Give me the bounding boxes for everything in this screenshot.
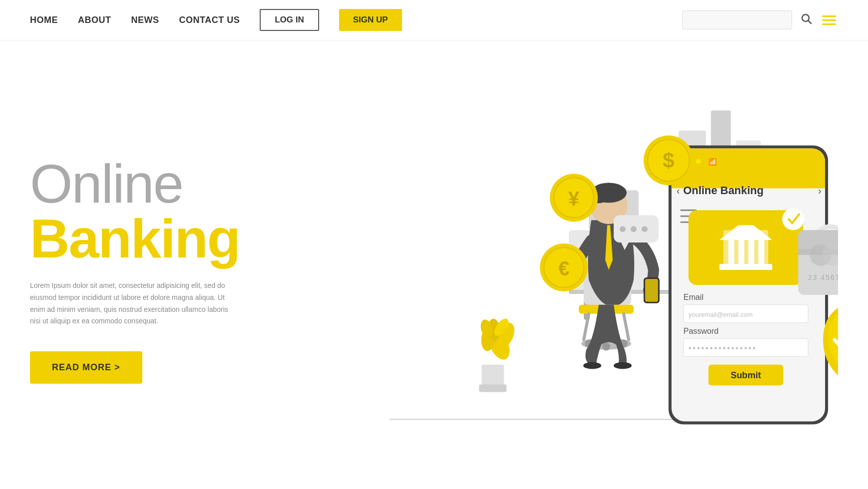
hero-left-content: Online Banking Lorem Ipsum dolor sit ame… (30, 146, 290, 384)
svg-point-84 (642, 226, 648, 232)
signup-button[interactable]: SIGN UP (339, 9, 402, 31)
svg-text:••••••••••••••••: •••••••••••••••• (689, 344, 757, 352)
navbar: HOME ABOUT NEWS CONTACT US LOG IN SIGN U… (0, 0, 868, 40)
menu-line-3 (822, 23, 836, 25)
svg-line-1 (809, 21, 812, 24)
svg-rect-60 (719, 264, 772, 270)
svg-text:€: € (558, 257, 569, 279)
svg-point-44 (696, 159, 701, 164)
svg-text:‹: ‹ (677, 185, 680, 196)
search-input[interactable] (682, 10, 792, 29)
svg-text:›: › (818, 185, 822, 196)
svg-point-83 (631, 226, 637, 232)
svg-point-29 (602, 343, 610, 351)
hero-svg-illustration: 📶 ‹ Online Banking › (290, 60, 838, 470)
svg-rect-37 (645, 279, 658, 302)
svg-rect-56 (738, 240, 744, 264)
hero-title-online: Online (30, 156, 290, 211)
svg-text:youremail@email.com: youremail@email.com (689, 311, 753, 318)
svg-rect-55 (728, 240, 734, 264)
menu-line-2 (822, 19, 836, 21)
email-label: Email (684, 293, 704, 301)
hero-illustration: 📶 ‹ Online Banking › (290, 60, 838, 470)
svg-text:📶: 📶 (708, 158, 717, 166)
svg-line-26 (624, 314, 629, 340)
nav-links: HOME ABOUT NEWS CONTACT US LOG IN SIGN U… (30, 9, 662, 31)
hamburger-menu-icon[interactable] (820, 13, 838, 27)
search-icon[interactable] (800, 12, 812, 27)
nav-right (682, 10, 838, 29)
svg-point-31 (583, 362, 601, 369)
hero-section: Online Banking Lorem Ipsum dolor sit ame… (0, 40, 868, 480)
hero-description: Lorem Ipsum dolor sit amet, consectetur … (30, 280, 240, 327)
svg-rect-57 (748, 240, 754, 264)
svg-point-61 (743, 227, 753, 237)
svg-rect-58 (758, 240, 764, 264)
svg-point-32 (614, 362, 632, 369)
hero-title-banking: Banking (30, 211, 290, 266)
nav-news[interactable]: NEWS (131, 15, 159, 25)
read-more-button[interactable]: READ MORE > (30, 351, 142, 384)
svg-point-53 (782, 208, 804, 230)
login-button[interactable]: LOG IN (260, 9, 319, 31)
svg-text:¥: ¥ (568, 188, 580, 210)
nav-contact[interactable]: CONTACT US (179, 15, 240, 25)
svg-text:$: $ (663, 149, 674, 172)
svg-text:Submit: Submit (731, 370, 761, 380)
nav-about[interactable]: ABOUT (78, 15, 111, 25)
svg-rect-15 (479, 385, 506, 392)
svg-text:Password: Password (684, 327, 719, 335)
svg-point-82 (620, 226, 626, 232)
svg-text:23 4567 8901 2345: 23 4567 8901 2345 (808, 273, 838, 281)
menu-line-1 (822, 15, 836, 17)
nav-home[interactable]: HOME (30, 15, 58, 25)
svg-text:Online Banking: Online Banking (683, 184, 764, 197)
